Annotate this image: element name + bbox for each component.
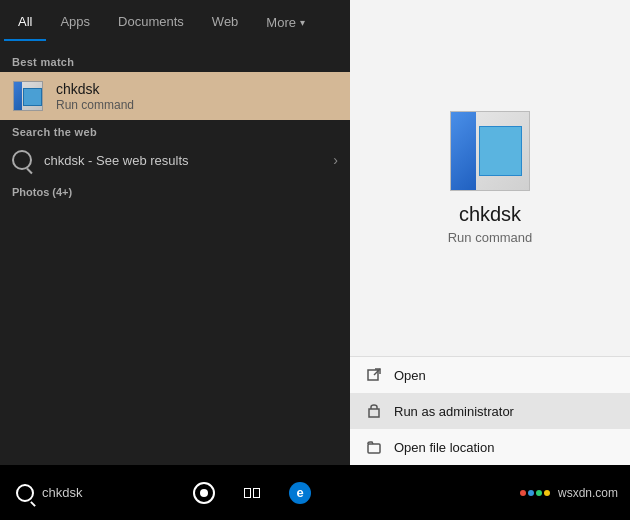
tab-apps[interactable]: Apps — [46, 4, 104, 41]
app-icon-large — [450, 111, 530, 191]
logo-dot-green — [536, 490, 542, 496]
open-file-location-icon — [366, 439, 382, 455]
wsxdn-text: wsxdn.com — [558, 486, 618, 500]
results-list: Best match chkdsk Run command Search the… — [0, 44, 350, 465]
open-icon — [366, 367, 382, 383]
wsxdn-logo — [520, 490, 550, 496]
tab-web[interactable]: Web — [198, 4, 253, 41]
search-icon — [12, 150, 32, 170]
right-panel: chkdsk Run command Open Run as administr — [350, 0, 630, 465]
task-view-button[interactable] — [228, 465, 276, 520]
tab-documents[interactable]: Documents — [104, 4, 198, 41]
tv-rect-1 — [244, 488, 251, 498]
svg-rect-2 — [368, 444, 380, 453]
app-type: Run command — [448, 230, 533, 245]
app-detail-area: chkdsk Run command — [350, 0, 630, 356]
web-search-item[interactable]: chkdsk - See web results › — [0, 142, 350, 178]
menu-open-label: Open — [394, 368, 426, 383]
best-match-label: Best match — [0, 50, 350, 72]
search-panel: All Apps Documents Web More ▾ Best match… — [0, 0, 350, 465]
tab-bar: All Apps Documents Web More ▾ — [0, 0, 350, 44]
chkdsk-icon-small — [13, 81, 43, 111]
chevron-right-icon: › — [333, 152, 338, 168]
tab-more[interactable]: More ▾ — [252, 5, 319, 40]
taskbar-search-area[interactable]: chkdsk — [0, 465, 180, 520]
task-view-icon — [244, 488, 260, 498]
menu-open-file-location-label: Open file location — [394, 440, 494, 455]
app-name: chkdsk — [459, 203, 521, 226]
tv-rect-2 — [253, 488, 260, 498]
context-menu: Open Run as administrator Open file loca… — [350, 356, 630, 465]
edge-icon: e — [289, 482, 311, 504]
best-match-text: chkdsk Run command — [56, 81, 338, 112]
logo-dot-yellow — [544, 490, 550, 496]
best-match-title: chkdsk — [56, 81, 338, 97]
cortana-icon — [193, 482, 215, 504]
photos-section-label: Photos (4+) — [0, 178, 350, 202]
taskbar-search-text: chkdsk — [42, 485, 82, 500]
cortana-button[interactable] — [180, 465, 228, 520]
logo-dot-red — [520, 490, 526, 496]
edge-button[interactable]: e — [276, 465, 324, 520]
app-icon-small — [12, 80, 44, 112]
tab-all[interactable]: All — [4, 4, 46, 41]
run-as-admin-icon — [366, 403, 382, 419]
menu-item-open[interactable]: Open — [350, 357, 630, 393]
taskbar-search-icon — [16, 484, 34, 502]
cortana-inner-dot — [200, 489, 208, 497]
chkdsk-icon-inner — [479, 126, 522, 176]
web-section-label: Search the web — [0, 120, 350, 142]
menu-item-run-as-admin[interactable]: Run as administrator — [350, 393, 630, 429]
menu-run-as-admin-label: Run as administrator — [394, 404, 514, 419]
svg-rect-1 — [369, 409, 379, 417]
taskbar-right-area: wsxdn.com — [508, 486, 630, 500]
menu-item-open-file-location[interactable]: Open file location — [350, 429, 630, 465]
chevron-down-icon: ▾ — [300, 17, 305, 28]
web-search-text: chkdsk - See web results — [44, 153, 321, 168]
chkdsk-icon-large — [450, 111, 530, 191]
best-match-item[interactable]: chkdsk Run command — [0, 72, 350, 120]
best-match-subtitle: Run command — [56, 98, 338, 112]
taskbar: chkdsk e wsxdn.com — [0, 465, 630, 520]
logo-dot-blue — [528, 490, 534, 496]
